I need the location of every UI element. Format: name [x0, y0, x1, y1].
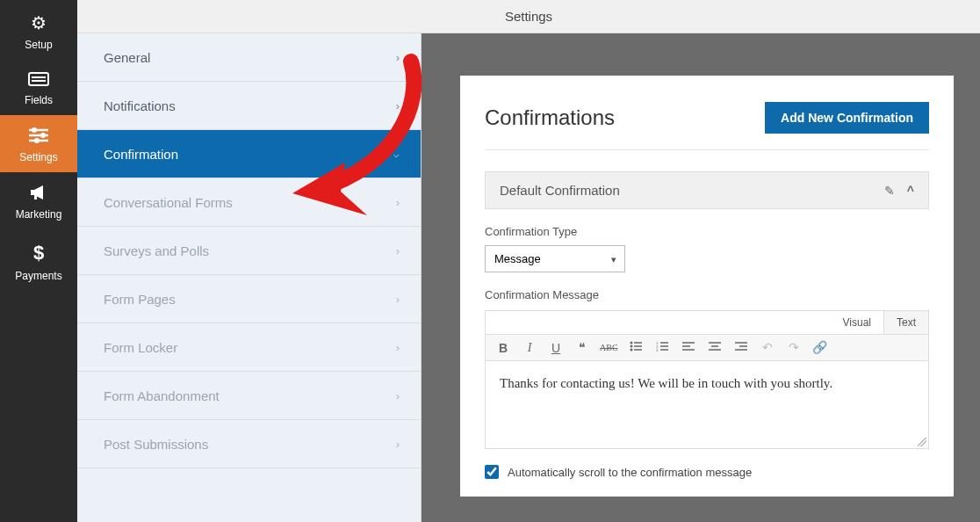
confirmation-type-select-wrap: Message	[485, 245, 625, 272]
sidebar-item-payments[interactable]: Payments	[0, 229, 77, 291]
svg-point-9	[630, 341, 632, 344]
editor-toolbar: B I U ❝ ABC 123 ↶ ↷ 🔗	[485, 334, 929, 361]
add-confirmation-button[interactable]: Add New Confirmation	[765, 102, 929, 134]
chevron-right-icon: ›	[396, 293, 400, 306]
settings-item-form-locker[interactable]: Form Locker ›	[77, 323, 421, 372]
strikethrough-button[interactable]: ABC	[600, 343, 618, 352]
edit-icon[interactable]: ✎	[884, 184, 895, 198]
confirmation-message-label: Confirmation Message	[485, 288, 929, 301]
underline-button[interactable]: U	[547, 341, 565, 355]
chevron-right-icon: ›	[396, 51, 400, 64]
svg-point-11	[630, 344, 632, 347]
editor-tabs: Visual Text	[485, 310, 929, 334]
sidebar-item-label: Marketing	[16, 208, 62, 221]
settings-item-label: Post Submissions	[104, 437, 208, 452]
svg-point-6	[32, 127, 37, 133]
settings-item-label: Form Locker	[104, 340, 177, 355]
autoscroll-label: Automatically scroll to the confirmation…	[508, 466, 752, 479]
primary-sidebar: Setup Fields Settings Marketing Payments	[0, 0, 77, 522]
sidebar-item-settings[interactable]: Settings	[0, 115, 77, 172]
settings-item-conversational-forms[interactable]: Conversational Forms ›	[77, 178, 421, 227]
sidebar-item-label: Settings	[19, 151, 57, 163]
settings-item-confirmation[interactable]: Confirmation ⌵	[77, 130, 421, 178]
default-confirmation-header[interactable]: Default Confirmation ✎ ^	[485, 171, 929, 209]
collapse-icon[interactable]: ^	[907, 184, 914, 198]
resize-grip-icon[interactable]	[918, 438, 926, 446]
quote-button[interactable]: ❝	[573, 340, 591, 355]
accordion-tools: ✎ ^	[884, 184, 914, 198]
gear-icon	[31, 12, 47, 33]
confirmation-message-editor[interactable]: Thanks for contacting us! We will be in …	[485, 361, 929, 449]
align-right-button[interactable]	[732, 341, 750, 355]
align-center-button[interactable]	[706, 341, 724, 355]
settings-item-form-pages[interactable]: Form Pages ›	[77, 275, 421, 323]
chevron-right-icon: ›	[396, 99, 400, 112]
chevron-right-icon: ›	[396, 341, 400, 354]
svg-text:3: 3	[656, 348, 659, 352]
confirmation-type-label: Confirmation Type	[485, 225, 929, 238]
list-icon	[28, 72, 49, 89]
dollar-icon	[33, 242, 44, 265]
sidebar-item-label: Setup	[25, 39, 52, 51]
svg-point-7	[40, 133, 46, 138]
settings-item-label: Form Abandonment	[104, 388, 220, 403]
settings-item-notifications[interactable]: Notifications ›	[77, 82, 421, 130]
confirmations-title: Confirmations	[485, 105, 615, 130]
svg-rect-0	[29, 73, 48, 85]
settings-submenu: General › Notifications › Confirmation ⌵…	[77, 33, 422, 522]
accordion-title: Default Confirmation	[500, 183, 620, 198]
work-area: Confirmations Add New Confirmation Defau…	[422, 33, 980, 522]
confirmations-panel: Confirmations Add New Confirmation Defau…	[460, 76, 954, 497]
settings-item-general[interactable]: General ›	[77, 33, 421, 82]
chevron-down-icon: ⌵	[393, 149, 400, 160]
align-left-button[interactable]	[680, 341, 697, 355]
bold-button[interactable]: B	[494, 341, 512, 355]
megaphone-icon	[29, 185, 48, 203]
settings-item-surveys-polls[interactable]: Surveys and Polls ›	[77, 227, 421, 275]
settings-item-label: Conversational Forms	[104, 195, 233, 210]
tab-text[interactable]: Text	[883, 311, 928, 334]
tab-visual[interactable]: Visual	[831, 311, 883, 334]
undo-button[interactable]: ↶	[759, 340, 776, 355]
panel-header: Confirmations Add New Confirmation	[485, 102, 929, 150]
svg-point-13	[630, 348, 632, 351]
header-bar: Settings	[77, 0, 980, 33]
sliders-icon	[29, 127, 48, 146]
settings-item-post-submissions[interactable]: Post Submissions ›	[77, 420, 421, 468]
sidebar-item-fields[interactable]: Fields	[0, 60, 77, 115]
settings-item-label: Form Pages	[104, 292, 176, 307]
settings-item-label: Surveys and Polls	[104, 243, 209, 258]
page-title: Settings	[505, 9, 552, 24]
autoscroll-checkbox[interactable]	[485, 465, 499, 479]
settings-item-label: General	[104, 50, 150, 65]
svg-point-8	[34, 138, 40, 143]
redo-button[interactable]: ↷	[785, 340, 803, 355]
sidebar-item-label: Fields	[25, 94, 53, 106]
settings-item-label: Confirmation	[104, 147, 178, 162]
chevron-right-icon: ›	[396, 196, 400, 209]
link-button[interactable]: 🔗	[811, 340, 829, 355]
number-list-button[interactable]: 123	[653, 341, 671, 355]
chevron-right-icon: ›	[396, 244, 400, 257]
sidebar-item-setup[interactable]: Setup	[0, 0, 77, 60]
settings-item-form-abandonment[interactable]: Form Abandonment ›	[77, 372, 421, 420]
italic-button[interactable]: I	[521, 341, 538, 355]
sidebar-item-label: Payments	[15, 270, 61, 282]
chevron-right-icon: ›	[396, 389, 400, 402]
sidebar-item-marketing[interactable]: Marketing	[0, 172, 77, 229]
autoscroll-row[interactable]: Automatically scroll to the confirmation…	[485, 465, 929, 479]
settings-item-label: Notifications	[104, 98, 176, 113]
chevron-right-icon: ›	[396, 438, 400, 451]
confirmation-type-select[interactable]: Message	[485, 245, 625, 272]
bullet-list-button[interactable]	[627, 341, 645, 355]
